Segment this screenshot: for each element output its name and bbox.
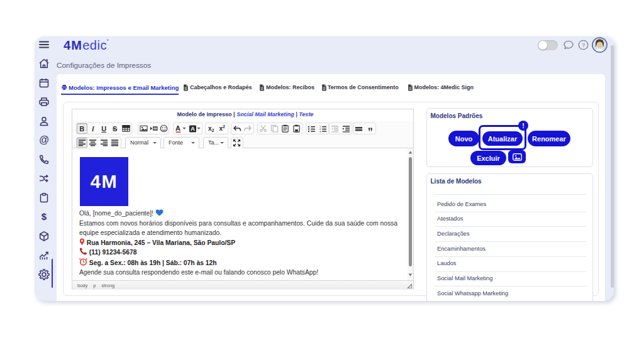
svg-text:A: A (175, 124, 180, 132)
svg-text:A: A (191, 125, 195, 132)
svg-text:3: 3 (319, 129, 321, 132)
svg-text:?: ? (582, 42, 585, 48)
